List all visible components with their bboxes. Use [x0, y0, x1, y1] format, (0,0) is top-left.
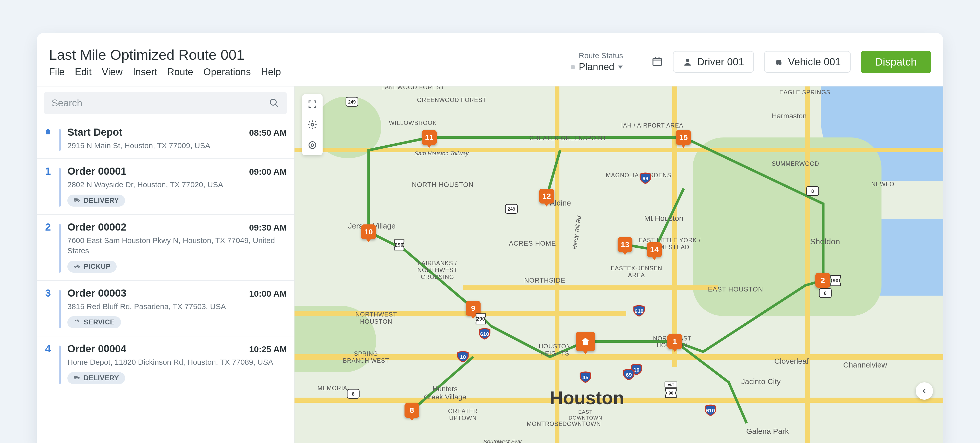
menu-help[interactable]: Help	[261, 67, 281, 78]
stop-address: Home Depot, 11820 Dickinson Rd, Houston,…	[67, 357, 287, 367]
body: Start Depot08:50 AM 2915 N Main St, Hous…	[37, 86, 943, 443]
map-area-label: LAKEWOOD FOREST	[381, 86, 445, 91]
svg-text:610: 610	[706, 408, 715, 413]
header: Last Mile Optimized Route 001 File Edit …	[37, 33, 943, 86]
collapse-panel-button[interactable]	[916, 382, 933, 400]
truck-icon	[73, 374, 81, 382]
settings-button[interactable]	[302, 114, 323, 135]
stop-tag: DELIVERY	[67, 195, 125, 206]
map-pin-stop[interactable]: 2	[815, 273, 830, 288]
stop-row[interactable]: 2 Order 0000209:30 AM 7600 East Sam Hous…	[37, 215, 294, 281]
search-field[interactable]	[52, 98, 269, 109]
timeline-track	[59, 224, 61, 273]
map-pin-stop[interactable]: 15	[676, 130, 691, 145]
svg-point-27	[311, 124, 313, 126]
map-area-label: MONTROSE	[527, 421, 563, 427]
tools-icon	[73, 318, 81, 326]
highway-shield: 8	[806, 186, 819, 196]
map-area-label: EASTEX-JENSEN AREA	[603, 265, 670, 279]
stop-row[interactable]: 3 Order 0000310:00 AM 3815 Red Bluff Rd,…	[37, 281, 294, 337]
map-pin-stop[interactable]: 13	[617, 237, 632, 252]
map-pin-stop[interactable]: 1	[667, 334, 682, 349]
highway-shield: 69	[622, 367, 636, 382]
map-area-label: Cloverleaf	[774, 357, 809, 365]
stop-row[interactable]: 4 Order 0000410:25 AM Home Depot, 11820 …	[37, 337, 294, 392]
map[interactable]: Houston LAKEWOOD FORESTGREENWOOD FORESTW…	[294, 86, 943, 443]
map-area-label: ACRES HOME	[509, 240, 556, 248]
svg-rect-0	[653, 58, 662, 65]
home-icon	[44, 127, 52, 151]
highway-shield: 290	[474, 312, 488, 326]
page-title: Last Mile Optimized Route 001	[49, 46, 571, 63]
app-window: Last Mile Optimized Route 001 File Edit …	[37, 33, 943, 443]
map-pin-depot[interactable]	[576, 332, 595, 351]
timeline-track	[59, 346, 61, 384]
map-area-label: GREATER GREENSPOINT	[529, 135, 606, 142]
menubar: File Edit View Insert Route Operations H…	[49, 67, 571, 78]
map-area-label: NEWFO	[871, 181, 894, 188]
calendar-button[interactable]	[652, 56, 663, 68]
svg-text:290: 290	[395, 242, 404, 248]
stop-row[interactable]: Start Depot08:50 AM 2915 N Main St, Hous…	[37, 120, 294, 159]
menu-route[interactable]: Route	[167, 67, 193, 78]
map-pin-stop[interactable]: 10	[361, 224, 376, 239]
highway-shield: 610	[477, 327, 492, 341]
stop-number: 3	[44, 287, 52, 329]
driver-selector[interactable]: Driver 001	[673, 51, 754, 73]
route-status-dropdown[interactable]: Route Status Planned	[571, 51, 631, 72]
menu-view[interactable]: View	[102, 67, 123, 78]
map-area-label: SUMMERWOOD	[772, 160, 819, 167]
stops-list[interactable]: Start Depot08:50 AM 2915 N Main St, Hous…	[37, 120, 294, 443]
stop-tag: DELIVERY	[67, 372, 125, 384]
map-area-label: Sheldon	[810, 237, 840, 246]
dispatch-button[interactable]: Dispatch	[861, 51, 931, 73]
locate-button[interactable]	[302, 135, 323, 155]
stop-number: 2	[44, 221, 52, 273]
svg-text:8: 8	[352, 392, 355, 397]
highway-shield: 10	[456, 350, 470, 364]
vehicle-label: Vehicle 001	[788, 56, 841, 68]
map-pin-stop[interactable]: 11	[422, 130, 437, 145]
route-status-label: Route Status	[571, 51, 623, 60]
map-area-label: FAIRBANKS / NORTHWEST CROSSING	[404, 260, 471, 281]
timeline-track	[59, 290, 61, 329]
truck-icon	[73, 197, 81, 205]
search-input[interactable]	[44, 92, 287, 114]
vehicle-selector[interactable]: Vehicle 001	[764, 51, 851, 73]
stop-tag: PICKUP	[67, 260, 117, 273]
stop-row[interactable]: 1 Order 0000109:00 AM 2802 N Wayside Dr,…	[37, 159, 294, 215]
map-area-label: MEMORIAL	[318, 385, 351, 392]
map-area-label: IAH / AIRPORT AREA	[621, 122, 683, 129]
highway-shield: 90	[829, 273, 842, 287]
svg-text:45: 45	[582, 375, 589, 380]
stop-address: 3815 Red Bluff Rd, Pasadena, TX 77503, U…	[67, 302, 287, 312]
map-area-label: SPRING BRANCH WEST	[340, 351, 391, 364]
map-tools	[302, 94, 323, 155]
fullscreen-button[interactable]	[302, 94, 323, 114]
svg-text:90: 90	[833, 278, 838, 283]
map-area-label: NORTHWEST HOUSTON	[345, 311, 407, 325]
map-area-label: Southwest Fwy	[484, 438, 522, 443]
map-area-label: WILLOWBROOK	[389, 120, 437, 127]
map-pin-stop[interactable]: 14	[647, 242, 662, 257]
stop-number: 1	[44, 165, 52, 206]
svg-point-29	[309, 141, 316, 148]
highway-shield: 69	[638, 171, 652, 186]
menu-operations[interactable]: Operations	[204, 67, 251, 78]
map-pin-stop[interactable]: 12	[539, 189, 554, 203]
map-pin-stop[interactable]: 8	[404, 403, 419, 418]
menu-file[interactable]: File	[49, 67, 65, 78]
stop-address: 2915 N Main St, Houston, TX 77009, USA	[67, 141, 287, 151]
timeline-track	[59, 168, 61, 206]
menu-edit[interactable]: Edit	[75, 67, 91, 78]
city-label-houston: Houston	[550, 387, 624, 408]
map-area-label: Sam Houston Tollway	[414, 150, 469, 157]
highway-shield: 8	[819, 288, 832, 299]
chevron-down-icon	[618, 65, 623, 68]
driver-label: Driver 001	[697, 56, 744, 68]
map-area-label: Harmaston	[772, 112, 807, 120]
menu-insert[interactable]: Insert	[133, 67, 157, 78]
map-area-label: NORTHSIDE	[524, 276, 566, 284]
svg-text:8: 8	[811, 189, 814, 194]
highway-shield: 290	[392, 238, 406, 251]
